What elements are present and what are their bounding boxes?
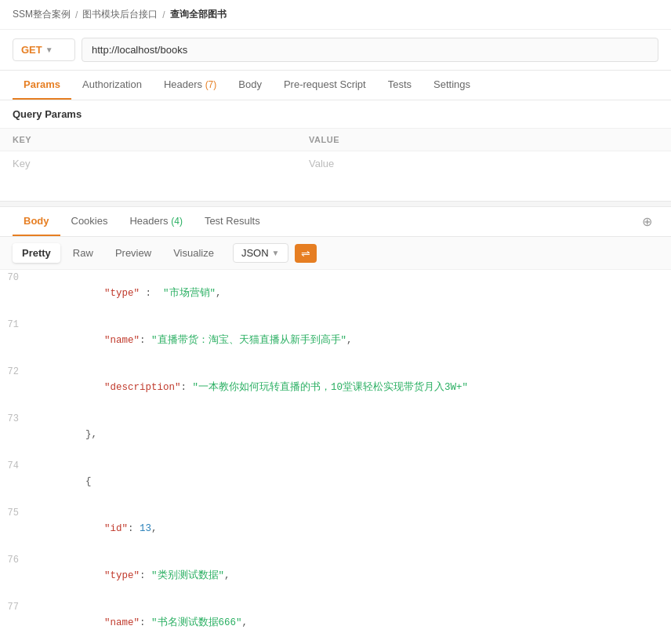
code-line-75: 75 "id": 13, xyxy=(0,505,671,552)
method-select[interactable]: GET ▼ xyxy=(13,38,75,61)
globe-icon[interactable]: ⊕ xyxy=(636,208,658,235)
tab-params[interactable]: Params xyxy=(13,71,71,100)
breadcrumb: SSM整合案例 / 图书模块后台接口 / 查询全部图书 xyxy=(0,0,671,30)
col-key-header: KEY xyxy=(0,129,296,151)
query-params-header: Query Params xyxy=(0,100,671,129)
json-format-select[interactable]: JSON ▼ xyxy=(233,243,288,263)
json-format-label: JSON xyxy=(241,247,269,259)
breadcrumb-part2: 图书模块后台接口 xyxy=(82,8,158,21)
json-chevron-icon: ▼ xyxy=(272,249,280,257)
code-line-72: 72 "description": "一本教你如何玩转直播的书，10堂课轻松实现… xyxy=(0,364,671,411)
fmt-preview-button[interactable]: Preview xyxy=(106,243,161,263)
response-tabs-left: Body Cookies Headers (4) Test Results xyxy=(13,207,271,236)
code-line-76: 76 "type": "类别测试数据", xyxy=(0,552,671,599)
tab-body[interactable]: Body xyxy=(227,71,273,100)
breadcrumb-sep1: / xyxy=(75,9,78,20)
method-chevron-icon: ▼ xyxy=(45,45,53,54)
response-tab-test-results[interactable]: Test Results xyxy=(194,207,271,236)
table-row: Key Value xyxy=(0,151,671,176)
section-divider xyxy=(0,201,671,207)
format-bar: Pretty Raw Preview Visualize JSON ▼ ⇌ xyxy=(0,237,671,270)
json-code-view: 70 "type" : "市场营销", 71 "name": "直播带货：淘宝、… xyxy=(0,270,671,644)
fmt-raw-button[interactable]: Raw xyxy=(63,243,103,263)
tab-headers[interactable]: Headers (7) xyxy=(153,71,227,100)
params-table: KEY VALUE Key Value xyxy=(0,129,671,176)
code-line-70: 70 "type" : "市场营销", xyxy=(0,270,671,317)
fmt-pretty-button[interactable]: Pretty xyxy=(13,243,60,263)
url-bar: GET ▼ xyxy=(0,30,671,71)
breadcrumb-sep2: / xyxy=(162,9,165,20)
tab-pre-request-script[interactable]: Pre-request Script xyxy=(273,71,377,100)
tab-tests[interactable]: Tests xyxy=(377,71,423,100)
tab-authorization[interactable]: Authorization xyxy=(71,71,153,100)
tab-settings[interactable]: Settings xyxy=(423,71,481,100)
response-tab-cookies[interactable]: Cookies xyxy=(60,207,119,236)
code-line-73: 73 }, xyxy=(0,411,671,458)
breadcrumb-part1: SSM整合案例 xyxy=(13,8,71,21)
response-tab-body[interactable]: Body xyxy=(13,207,60,236)
response-tab-bar: Body Cookies Headers (4) Test Results ⊕ xyxy=(0,207,671,237)
key-cell[interactable]: Key xyxy=(0,151,296,176)
value-cell[interactable]: Value xyxy=(296,151,671,176)
request-tab-bar: Params Authorization Headers (7) Body Pr… xyxy=(0,71,671,100)
breadcrumb-current: 查询全部图书 xyxy=(170,8,227,21)
url-input[interactable] xyxy=(82,38,658,62)
method-label: GET xyxy=(21,44,42,56)
wrap-icon-button[interactable]: ⇌ xyxy=(295,244,317,263)
code-line-71: 71 "name": "直播带货：淘宝、天猫直播从新手到高手", xyxy=(0,317,671,364)
fmt-visualize-button[interactable]: Visualize xyxy=(164,243,223,263)
wrap-icon: ⇌ xyxy=(301,247,310,260)
col-value-header: VALUE xyxy=(296,129,671,151)
code-line-74: 74 { xyxy=(0,458,671,505)
code-line-77: 77 "name": "书名测试数据666", xyxy=(0,599,671,644)
response-tab-headers[interactable]: Headers (4) xyxy=(118,207,193,236)
